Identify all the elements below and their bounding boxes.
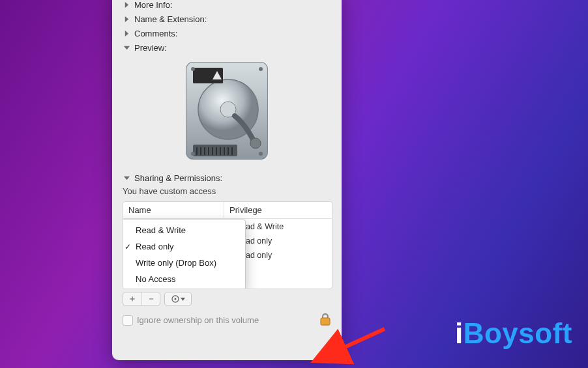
menu-item-write-only[interactable]: Write only (Drop Box) [123,255,245,271]
table-action-bar: ＋ － [123,292,331,306]
menu-item-label: Read & Write [136,225,186,235]
chevron-down-icon [123,174,130,182]
access-summary: You have custom access [123,186,331,196]
svg-point-23 [174,298,176,300]
watermark-iboysoft: iBoysoft [455,317,572,350]
chevron-right-icon [123,1,130,8]
section-more-info[interactable]: More Info: [123,0,331,12]
lock-icon[interactable] [319,313,331,328]
section-sharing-permissions[interactable]: Sharing & Permissions: [123,171,331,185]
svg-point-17 [191,67,195,71]
desktop-background: More Info: Name & Extension: Comments: P… [0,0,588,368]
preview-image-container [123,59,331,163]
section-preview[interactable]: Preview: [123,40,331,55]
svg-point-20 [259,152,263,156]
privilege-dropdown-menu: Read & Write ✓ Read only Write only (Dro… [123,219,246,289]
column-header-privilege[interactable]: Privilege [224,202,332,218]
section-label: Preview: [134,43,167,53]
chevron-right-icon [123,15,130,23]
section-comments[interactable]: Comments: [123,26,331,40]
permissions-table: Name Privilege connieyang ( ▴▾ Read & Wr… [123,201,332,289]
menu-item-label: No Access [136,274,175,284]
ignore-ownership-label: Ignore ownership on this volume [137,315,259,325]
menu-item-read-write[interactable]: Read & Write [123,222,245,238]
checkmark-icon: ✓ [124,242,132,251]
section-label: Comments: [134,29,177,38]
section-name-extension[interactable]: Name & Extension: [123,12,331,26]
ignore-ownership-row: Ignore ownership on this volume [123,313,331,328]
svg-line-25 [339,329,385,350]
add-button[interactable]: ＋ [123,292,141,305]
menu-item-no-access[interactable]: No Access [123,271,245,287]
column-header-name[interactable]: Name [123,202,224,218]
svg-point-18 [259,67,263,71]
hard-drive-icon [181,59,272,163]
remove-button[interactable]: － [141,292,160,305]
section-label: Sharing & Permissions: [134,173,222,183]
action-menu-button[interactable] [165,292,191,305]
watermark-prefix: i [455,317,463,350]
svg-rect-24 [321,318,330,325]
table-header: Name Privilege [123,202,332,219]
gear-ellipsis-icon [171,295,185,303]
svg-point-16 [250,138,261,149]
chevron-down-icon [123,44,130,51]
get-info-window: More Info: Name & Extension: Comments: P… [112,0,342,360]
add-remove-segment: ＋ － [123,292,160,306]
menu-item-label: Write only (Drop Box) [136,258,216,268]
svg-rect-5 [193,145,237,156]
menu-item-label: Read only [136,242,174,251]
watermark-rest: Boysoft [463,317,572,350]
section-label: Name & Extension: [134,14,207,24]
menu-item-read-only[interactable]: ✓ Read only [123,238,245,255]
svg-point-19 [191,152,195,156]
section-label: More Info: [134,0,173,10]
action-menu-segment [164,292,192,306]
ignore-ownership-checkbox[interactable] [123,315,133,326]
chevron-right-icon [123,29,130,37]
